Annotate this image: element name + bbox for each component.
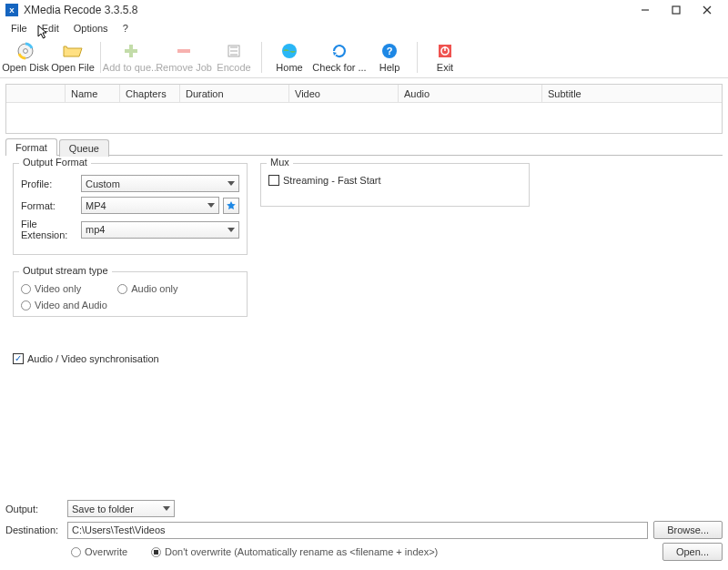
radio-overwrite[interactable]: Overwrite: [71, 546, 127, 557]
home-label: Home: [276, 62, 302, 73]
extension-label: File Extension:: [21, 219, 81, 240]
svg-rect-1: [672, 6, 680, 14]
remove-job-button: Remove Job: [157, 37, 210, 77]
browse-button[interactable]: Browse...: [653, 521, 723, 539]
toolbar: Open Disk Open File Add to que... Remove…: [0, 36, 728, 78]
col-blank[interactable]: [6, 85, 66, 103]
radio-video-only[interactable]: Video only: [21, 283, 81, 294]
group-mux: Mux Streaming - Fast Start: [260, 163, 530, 207]
exit-button[interactable]: Exit: [421, 37, 469, 77]
titlebar: X XMedia Recode 3.3.5.8: [0, 0, 728, 20]
toolbar-separator: [100, 42, 101, 73]
col-duration[interactable]: Duration: [180, 85, 289, 103]
col-subtitle[interactable]: Subtitle: [542, 85, 722, 103]
radio-video-and-audio-label: Video and Audio: [35, 300, 107, 310]
star-icon: [226, 200, 237, 211]
menubar: File Edit Options ?: [0, 20, 728, 36]
output-value: Save to folder: [72, 504, 134, 514]
format-value: MP4: [86, 200, 106, 211]
close-button[interactable]: [692, 1, 723, 19]
globe-icon: [280, 42, 298, 60]
extension-select[interactable]: mp4: [81, 221, 239, 239]
col-audio[interactable]: Audio: [399, 85, 542, 103]
tabs: Format Queue: [5, 137, 723, 155]
svg-rect-7: [125, 49, 137, 53]
fast-start-label: Streaming - Fast Start: [283, 175, 381, 186]
exit-label: Exit: [437, 62, 453, 73]
extension-value: mp4: [86, 224, 105, 235]
group-output-format: Output Format Profile: Custom Format: MP…: [13, 163, 248, 255]
destination-value: C:\Users\Test\Videos: [72, 524, 166, 535]
radio-overwrite-label: Overwrite: [85, 546, 127, 557]
format-label: Format:: [21, 200, 81, 211]
menu-options[interactable]: Options: [66, 21, 116, 36]
check-for-update-button[interactable]: Check for ...: [313, 37, 366, 77]
radio-audio-only-label: Audio only: [131, 283, 177, 294]
destination-label: Destination:: [5, 524, 67, 535]
add-to-queue-label: Add to que...: [103, 62, 159, 73]
open-file-button[interactable]: Open File: [49, 37, 96, 77]
toolbar-separator: [261, 42, 262, 73]
av-sync-label: Audio / Video synchronisation: [27, 353, 159, 364]
radio-video-only-label: Video only: [35, 283, 81, 294]
profile-value: Custom: [86, 178, 120, 189]
open-disk-label: Open Disk: [2, 62, 48, 73]
refresh-icon: [330, 42, 349, 60]
svg-text:?: ?: [387, 46, 393, 56]
format-select[interactable]: MP4: [81, 197, 219, 214]
av-sync-checkbox[interactable]: [13, 353, 24, 364]
exit-icon: [437, 42, 453, 60]
profile-select[interactable]: Custom: [81, 175, 239, 192]
folder-open-icon: [63, 42, 83, 60]
menu-edit[interactable]: Edit: [35, 21, 66, 36]
help-button[interactable]: ? Help: [366, 37, 413, 77]
open-file-label: Open File: [51, 62, 95, 73]
help-icon: ?: [380, 42, 399, 60]
toolbar-separator: [417, 42, 418, 73]
remove-job-label: Remove Job: [156, 62, 212, 73]
disc-icon: [16, 42, 35, 60]
output-select[interactable]: Save to folder: [67, 500, 175, 517]
tab-queue[interactable]: Queue: [59, 139, 109, 157]
add-to-queue-button: Add to que...: [105, 37, 157, 77]
plus-icon: [123, 42, 139, 60]
app-icon: X: [5, 4, 18, 16]
svg-rect-8: [177, 49, 190, 53]
favorite-button[interactable]: [223, 198, 239, 214]
tab-panel-format: Output Format Profile: Custom Format: MP…: [5, 155, 723, 508]
svg-point-5: [24, 48, 28, 53]
help-label: Help: [379, 62, 400, 73]
profile-label: Profile:: [21, 178, 81, 189]
open-disk-button[interactable]: Open Disk: [2, 37, 49, 77]
file-table[interactable]: Name Chapters Duration Video Audio Subti…: [5, 84, 723, 134]
minimize-button[interactable]: [630, 1, 661, 19]
minus-icon: [176, 42, 192, 60]
col-chapters[interactable]: Chapters: [120, 85, 180, 103]
encode-icon: [226, 42, 242, 60]
fast-start-checkbox[interactable]: [268, 175, 279, 186]
radio-video-and-audio[interactable]: Video and Audio: [21, 300, 239, 310]
open-button[interactable]: Open...: [662, 543, 723, 561]
encode-label: Encode: [217, 62, 250, 73]
home-button[interactable]: Home: [266, 37, 313, 77]
tab-format[interactable]: Format: [5, 138, 57, 156]
group-output-stream: Output stream type Video only Audio only…: [13, 271, 248, 317]
radio-dont-overwrite[interactable]: Don't overwrite (Automatically rename as…: [151, 546, 438, 557]
window-title: XMedia Recode 3.3.5.8: [24, 4, 630, 16]
legend-output-format: Output Format: [19, 157, 91, 168]
menu-file[interactable]: File: [4, 21, 35, 36]
bottom-panel: Output: Save to folder Destination: C:\U…: [0, 496, 728, 570]
output-label: Output:: [5, 504, 67, 514]
encode-button: Encode: [210, 37, 258, 77]
legend-mux: Mux: [267, 157, 293, 168]
check-for-update-label: Check for ...: [312, 62, 366, 73]
radio-dont-overwrite-label: Don't overwrite (Automatically rename as…: [165, 546, 438, 557]
col-video[interactable]: Video: [289, 85, 399, 103]
destination-field[interactable]: C:\Users\Test\Videos: [67, 522, 648, 539]
menu-help[interactable]: ?: [116, 21, 136, 36]
col-name[interactable]: Name: [66, 85, 120, 103]
table-header: Name Chapters Duration Video Audio Subti…: [6, 85, 722, 103]
maximize-button[interactable]: [661, 1, 692, 19]
legend-stream: Output stream type: [19, 265, 112, 276]
radio-audio-only[interactable]: Audio only: [117, 283, 177, 294]
